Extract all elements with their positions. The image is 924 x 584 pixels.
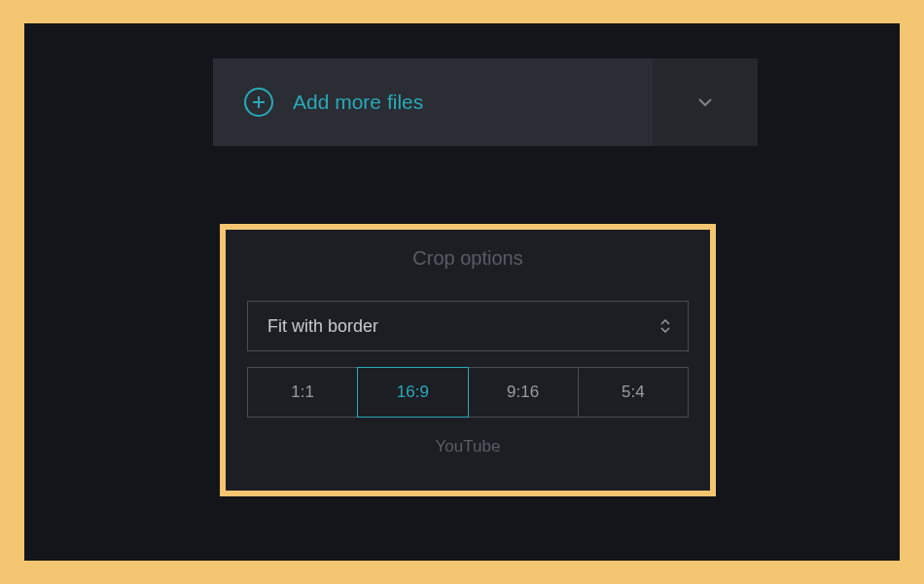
chevron-down-icon: [695, 92, 715, 112]
crop-mode-selected-value: Fit with border: [267, 316, 378, 337]
aspect-ratio-row: 1:1 16:9 9:16 5:4: [247, 367, 689, 418]
plus-circle-icon: [244, 88, 273, 117]
crop-options-panel: Crop options Fit with border 1:1 16:9 9:…: [220, 224, 716, 496]
add-files-dropdown-button[interactable]: [653, 58, 758, 146]
ratio-button-5-4[interactable]: 5:4: [578, 367, 689, 418]
crop-options-title: Crop options: [247, 247, 689, 270]
ratio-button-1-1[interactable]: 1:1: [247, 367, 358, 418]
crop-mode-select[interactable]: Fit with border: [247, 301, 689, 351]
app-frame: Add more files Crop options Fit with bor…: [24, 23, 900, 561]
ratio-button-9-16[interactable]: 9:16: [468, 367, 579, 418]
crop-sublabel: YouTube: [247, 437, 689, 456]
add-files-button[interactable]: Add more files: [213, 58, 653, 146]
add-files-label: Add more files: [293, 91, 423, 114]
add-files-bar: Add more files: [213, 58, 758, 146]
updown-caret-icon: [660, 319, 670, 333]
ratio-button-16-9[interactable]: 16:9: [357, 367, 468, 418]
